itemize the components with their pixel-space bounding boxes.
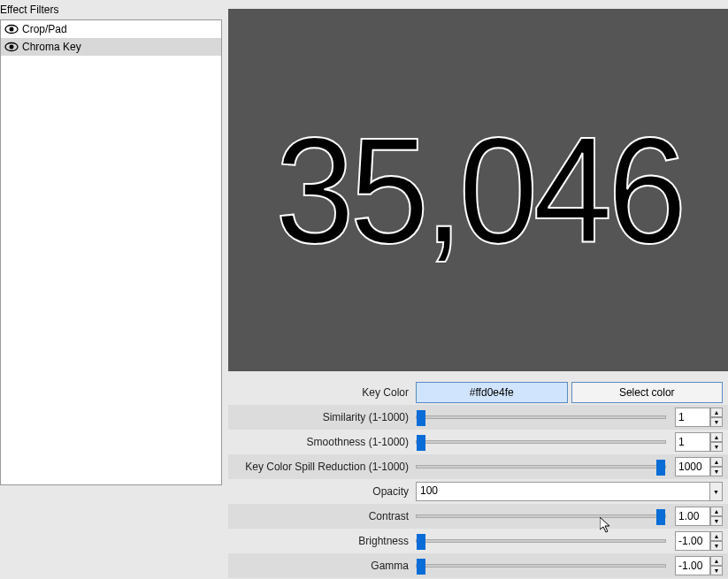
spill-spinner[interactable]: ▲▼ xyxy=(675,457,723,476)
svg-point-1 xyxy=(10,27,14,32)
prop-gamma: Gamma ▲▼ xyxy=(228,553,728,578)
filter-list: Crop/Pad Chroma Key xyxy=(0,20,222,485)
spin-down-icon[interactable]: ▼ xyxy=(710,442,723,452)
prop-similarity: Similarity (1-1000) ▲▼ xyxy=(228,405,728,430)
smoothness-spinner[interactable]: ▲▼ xyxy=(675,432,723,452)
slider-handle[interactable] xyxy=(656,460,665,476)
spill-label: Key Color Spill Reduction (1-1000) xyxy=(228,461,416,473)
similarity-spinner[interactable]: ▲▼ xyxy=(675,408,723,427)
similarity-slider[interactable] xyxy=(416,415,666,419)
sidebar-title: Effect Filters xyxy=(0,0,222,20)
similarity-label: Similarity (1-1000) xyxy=(228,411,416,423)
prop-smoothness: Smoothness (1-1000) ▲▼ xyxy=(228,430,728,454)
spill-slider[interactable] xyxy=(416,465,666,469)
slider-handle[interactable] xyxy=(656,509,665,525)
brightness-input[interactable] xyxy=(675,531,710,551)
slider-handle[interactable] xyxy=(417,410,425,426)
spin-up-icon[interactable]: ▲ xyxy=(710,432,723,442)
similarity-input[interactable] xyxy=(675,408,710,427)
spin-down-icon[interactable]: ▼ xyxy=(710,417,723,427)
brightness-slider[interactable] xyxy=(416,539,666,543)
visibility-icon[interactable] xyxy=(4,41,19,53)
gamma-label: Gamma xyxy=(228,560,416,572)
filter-label: Crop/Pad xyxy=(22,23,67,35)
slider-handle[interactable] xyxy=(417,559,425,575)
spill-input[interactable] xyxy=(675,457,710,476)
gamma-spinner[interactable]: ▲▼ xyxy=(675,556,723,575)
gamma-input[interactable] xyxy=(675,556,710,575)
spin-down-icon[interactable]: ▼ xyxy=(710,541,723,551)
opacity-label: Opacity xyxy=(228,485,416,498)
spin-up-icon[interactable]: ▲ xyxy=(710,507,723,516)
spin-up-icon[interactable]: ▲ xyxy=(710,408,723,417)
slider-handle[interactable] xyxy=(417,534,425,550)
filter-item-crop-pad[interactable]: Crop/Pad xyxy=(1,20,221,38)
contrast-spinner[interactable]: ▲▼ xyxy=(675,507,723,526)
smoothness-input[interactable] xyxy=(675,432,710,452)
filter-item-chroma-key[interactable]: Chroma Key xyxy=(1,38,221,56)
select-color-button[interactable]: Select color xyxy=(571,382,724,403)
preview-text: 35,046 xyxy=(275,103,682,277)
prop-contrast: Contrast ▲▼ xyxy=(228,504,728,529)
preview-pane: 35,046 xyxy=(228,9,728,371)
prop-brightness: Brightness ▲▼ xyxy=(228,529,728,553)
gamma-slider[interactable] xyxy=(416,564,666,568)
prop-opacity: Opacity 100 ▼ xyxy=(228,479,728,504)
svg-point-3 xyxy=(10,45,14,50)
smoothness-slider[interactable] xyxy=(416,440,666,444)
spin-down-icon[interactable]: ▼ xyxy=(710,516,723,526)
spin-up-icon[interactable]: ▲ xyxy=(710,457,723,467)
filter-label: Chroma Key xyxy=(22,41,81,53)
spin-up-icon[interactable]: ▲ xyxy=(710,556,723,566)
contrast-slider[interactable] xyxy=(416,514,666,518)
contrast-input[interactable] xyxy=(675,507,710,526)
spin-up-icon[interactable]: ▲ xyxy=(710,531,723,541)
contrast-label: Contrast xyxy=(228,510,416,522)
prop-spill: Key Color Spill Reduction (1-1000) ▲▼ xyxy=(228,454,728,479)
properties-panel: Key Color #ffd0e4fe Select color Similar… xyxy=(228,380,728,578)
brightness-label: Brightness xyxy=(228,535,416,547)
visibility-icon[interactable] xyxy=(4,23,19,35)
opacity-combo[interactable]: 100 ▼ xyxy=(416,482,723,501)
smoothness-label: Smoothness (1-1000) xyxy=(228,436,416,448)
prop-key-color: Key Color #ffd0e4fe Select color xyxy=(228,380,728,405)
opacity-value: 100 xyxy=(417,483,709,500)
brightness-spinner[interactable]: ▲▼ xyxy=(675,531,723,551)
chevron-down-icon[interactable]: ▼ xyxy=(709,483,722,500)
filters-sidebar: Effect Filters Crop/Pad Chroma Key xyxy=(0,0,222,579)
spin-down-icon[interactable]: ▼ xyxy=(710,467,723,476)
key-color-swatch[interactable]: #ffd0e4fe xyxy=(416,382,568,403)
slider-handle[interactable] xyxy=(417,435,425,451)
key-color-label: Key Color xyxy=(228,386,416,399)
spin-down-icon[interactable]: ▼ xyxy=(710,566,723,575)
